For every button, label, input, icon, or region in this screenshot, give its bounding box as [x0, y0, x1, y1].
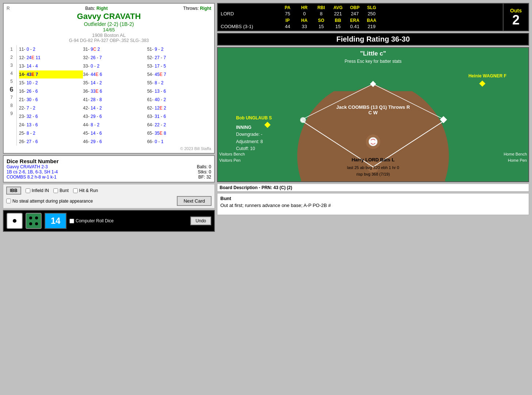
fielding-title: Fielding Rating 36-30 — [217, 33, 529, 46]
entry-22: 22- 7 - 2 — [19, 104, 83, 112]
pitcher-player: Jack COOMBS (13 Q1) Throws R C W — [336, 104, 410, 115]
infield-in-input[interactable] — [26, 188, 30, 193]
bunt-checkbox[interactable]: Bunt — [53, 188, 69, 193]
player-sub: 14/65 — [7, 27, 211, 32]
computer-roll-input[interactable] — [69, 219, 74, 223]
score-header-hr: HR — [296, 5, 313, 10]
dice-left: Gavvy CRAVATH 2-3 1B cs 2-6, 1B, 6-3, SH… — [7, 164, 197, 180]
card-col-2: 31- 9C 2 32- 26 - 7 33- 0 - 2 34- 44E 6 … — [83, 45, 147, 146]
row-label-4: 4 — [7, 69, 16, 77]
field-container: "Little c" Press Esc key for batter stat… — [217, 47, 529, 182]
right-panel: PA HR RBI AVG OBP SLG LORD 75 0 8 221 24… — [217, 3, 529, 392]
rf-player: Heinie WAGNER F — [468, 73, 506, 78]
balls-stat: Balls: 0 — [197, 164, 211, 169]
player-name: Gavvy CRAVATH — [7, 12, 211, 21]
entry-35: 35- 14 - 2 — [83, 79, 147, 87]
score-header-bb: BB — [330, 18, 346, 23]
batting-pa: 75 — [279, 11, 296, 16]
die-1 — [7, 213, 23, 229]
player-stats: G-94 DG-82 PA-327 OBP-.352 SLG-.383 — [7, 38, 211, 43]
ibb-button[interactable]: IBB — [6, 187, 21, 195]
row-labels: 1 2 3 4 5 6 7 8 9 — [7, 45, 17, 146]
home-bench: Home Bench Home Pen — [503, 151, 527, 163]
batting-avg: 221 — [330, 11, 346, 16]
left-panel: R Bats: Right Throws: Right Gavvy CRAVAT… — [3, 3, 215, 392]
entry-31: 31- 9C 2 — [83, 45, 147, 53]
card-header: R Bats: Right Throws: Right — [7, 6, 211, 11]
entry-23: 23- 32 - 6 — [19, 112, 83, 120]
batting-obp: 247 — [346, 11, 363, 16]
board-desc-header: Board Description - PRN: 43 (C) (2) — [217, 184, 529, 192]
batting-team-name: LORD — [221, 11, 279, 16]
hit-run-input[interactable] — [73, 188, 78, 193]
entry-64: 64- 22 - 2 — [147, 121, 211, 129]
batting-slg: 250 — [363, 11, 380, 16]
die-2-dot-tl — [29, 216, 32, 219]
row-label-extra1 — [7, 118, 16, 126]
die-2-dot-tr — [35, 216, 38, 219]
player-team: 1908 Boston AL — [7, 32, 211, 38]
row-label-6: 6 — [7, 85, 16, 93]
score-header-rbi: RBI — [313, 5, 330, 10]
score-outs: Outs 2 — [503, 4, 528, 31]
infield-in-checkbox[interactable]: Infield IN — [26, 188, 49, 193]
score-header-pa: PA — [279, 5, 296, 10]
pitching-team-name: COOMBS (3-1) — [221, 24, 279, 29]
entry-13: 13- 14 - 4 — [19, 62, 83, 70]
entry-14: 14- 43E 7 — [19, 70, 83, 78]
player-position: Outfielder (2-2) (1B-2) — [7, 21, 211, 27]
batter-stats2: risp bvg 368 (7/19) — [356, 172, 390, 176]
entry-51: 51- 9 - 2 — [147, 45, 211, 53]
row-label-2: 2 — [7, 53, 16, 61]
hit-run-checkbox[interactable]: Hit & Run — [73, 188, 98, 193]
entry-21: 21- 30 - 6 — [19, 96, 83, 104]
svg-point-13 — [369, 137, 377, 146]
pitching-baa: 219 — [363, 24, 380, 29]
pitching-so: 15 — [313, 24, 330, 29]
entry-42: 42- 14 - 2 — [83, 104, 147, 112]
row-label-8: 8 — [7, 101, 16, 110]
dice-player: Gavvy CRAVATH 2-3 — [7, 164, 197, 169]
entry-54: 54- 45E 7 — [147, 70, 211, 78]
inning-box: INNING Downgrade: - Adjustment: 8 Cutoff… — [236, 124, 263, 152]
throws-label: Throws: Right — [183, 6, 211, 11]
computer-roll-label[interactable]: Computer Roll Dice — [69, 218, 114, 223]
die-1-dot — [13, 219, 16, 223]
card-col-1: 11- 0 - 2 12- 24E 11 13- 14 - 4 14- 43E … — [19, 45, 83, 146]
no-steal-label[interactable]: No steal attempt during plate appearance — [6, 199, 93, 204]
row-label-3: 3 — [7, 61, 16, 69]
entry-36: 36- 33E 6 — [83, 87, 147, 95]
next-card-button[interactable]: Next Card — [177, 196, 212, 206]
die-2-dot-bl — [29, 222, 32, 225]
score-header-era: ERA — [346, 18, 363, 23]
score-header-ha: HA — [296, 18, 313, 23]
entry-53: 53- 17 - 5 — [147, 62, 211, 70]
row-label-5: 5 — [7, 77, 16, 85]
entry-46: 46- 29 - 6 — [83, 138, 147, 146]
pitching-ip: 44 — [279, 24, 296, 29]
entry-32: 32- 26 - 7 — [83, 54, 147, 62]
entry-33: 33- 0 - 2 — [83, 62, 147, 70]
row-label-9: 9 — [7, 110, 16, 118]
entry-44: 44- 8 - 2 — [83, 121, 147, 129]
bunt-input[interactable] — [53, 188, 58, 193]
dice-right: Balls: 0 Stks: 0 BF: 32 — [197, 164, 211, 180]
visitors-bench: Visitors Bench Visitors Pen — [219, 151, 245, 163]
entry-26: 26- 27 - 6 — [19, 138, 83, 146]
die-2 — [26, 213, 42, 229]
die-2-dot-br — [35, 222, 38, 225]
dice-result-area: Dice Result Number Gavvy CRAVATH 2-3 1B … — [3, 155, 215, 183]
entry-65: 65- 35E 8 — [147, 129, 211, 137]
no-steal-input[interactable] — [6, 199, 11, 203]
row-label-extra3 — [7, 134, 16, 142]
dice-number-display: 14 — [45, 213, 66, 229]
entry-12: 12- 24E 11 — [19, 54, 83, 62]
row-label-extra2 — [7, 126, 16, 134]
pitching-ha: 33 — [296, 24, 313, 29]
svg-point-11 — [300, 117, 306, 123]
row-label-1: 1 — [7, 45, 16, 53]
field-quote-label: "Little c" — [218, 50, 528, 57]
entry-24: 24- 13 - 6 — [19, 121, 83, 129]
undo-button[interactable]: Undo — [190, 216, 211, 225]
row-label-header: R — [7, 6, 10, 11]
